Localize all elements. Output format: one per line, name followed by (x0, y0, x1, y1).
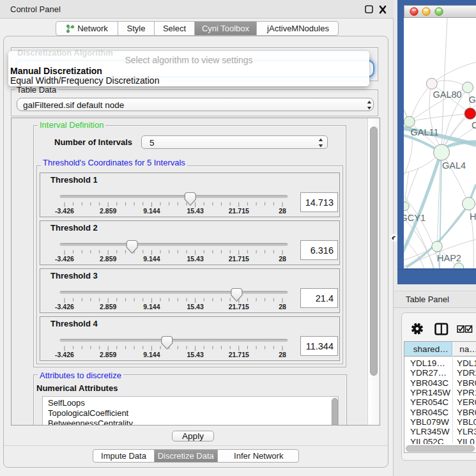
svg-text:28: 28 (279, 351, 286, 358)
svg-text:28: 28 (279, 255, 286, 263)
svg-text:2.859: 2.859 (100, 303, 116, 311)
svg-text:28: 28 (279, 303, 286, 311)
svg-text:15.43: 15.43 (187, 303, 203, 311)
svg-text:9.144: 9.144 (143, 351, 160, 358)
svg-text:-3.426: -3.426 (55, 351, 74, 358)
svg-text:-3.426: -3.426 (55, 303, 74, 311)
svg-text:15.43: 15.43 (187, 351, 203, 358)
svg-text:-3.426: -3.426 (55, 255, 74, 263)
svg-text:GAL11: GAL11 (411, 127, 439, 137)
svg-text:2.859: 2.859 (100, 351, 116, 358)
svg-text:9.144: 9.144 (143, 255, 160, 263)
svg-text:9.144: 9.144 (143, 303, 160, 311)
svg-text:GAL80: GAL80 (433, 89, 462, 99)
svg-text:2.859: 2.859 (100, 207, 116, 215)
svg-text:HA: HA (470, 211, 476, 222)
svg-text:GCY1: GCY1 (404, 212, 426, 222)
svg-text:15.43: 15.43 (187, 207, 203, 215)
svg-text:-3.426: -3.426 (55, 207, 74, 215)
svg-text:21.715: 21.715 (229, 207, 249, 215)
svg-text:HAP2: HAP2 (437, 252, 461, 263)
svg-text:28: 28 (279, 207, 286, 215)
svg-text:2.859: 2.859 (100, 255, 116, 263)
svg-text:GA: GA (469, 94, 476, 104)
svg-text:9.144: 9.144 (143, 207, 160, 215)
svg-text:21.715: 21.715 (229, 303, 249, 311)
svg-text:21.715: 21.715 (229, 351, 249, 358)
svg-text:GAL4: GAL4 (442, 160, 466, 171)
svg-text:15.43: 15.43 (187, 255, 203, 263)
svg-text:21.715: 21.715 (229, 255, 249, 263)
svg-text:C: C (472, 119, 476, 130)
